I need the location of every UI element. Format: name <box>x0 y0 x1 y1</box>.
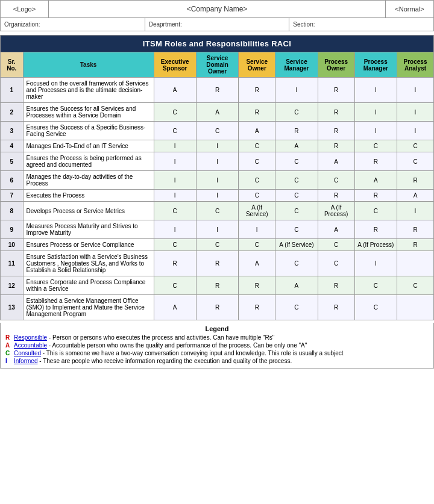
legend-item: AAccountable - Accountable person who ow… <box>5 342 429 349</box>
table-title: ITSM Roles and Responsibilities RACI <box>1 36 434 52</box>
row-pm: I <box>354 122 397 140</box>
table-row: 7 Executes the Process I I C C R R A <box>1 190 434 202</box>
row-sdo: C <box>196 122 238 140</box>
company-name: <Company Name> <box>49 1 385 17</box>
row-srno: 3 <box>1 122 24 140</box>
row-po: C <box>318 171 354 190</box>
row-pa: C <box>397 276 433 295</box>
row-exec: C <box>154 239 196 251</box>
row-po: R <box>318 190 354 202</box>
row-srno: 4 <box>1 140 24 152</box>
row-sdo: I <box>196 171 238 190</box>
row-exec: A <box>154 78 196 103</box>
row-po: R <box>318 140 354 152</box>
row-pm: C <box>354 295 397 320</box>
legend-text: Consulted - This is someone we have a tw… <box>14 350 429 356</box>
dept-label: Deaprtment: <box>145 18 290 31</box>
table-row: 10 Ensures Process or Service Compliance… <box>1 239 434 251</box>
legend-item: IInformed - These are people who receive… <box>5 358 429 364</box>
logo: <Logo> <box>1 1 49 17</box>
row-po: A <box>318 152 354 171</box>
row-sm: C <box>275 152 318 171</box>
row-exec: C <box>154 103 196 122</box>
row-srno: 13 <box>1 295 24 320</box>
table-row: 4 Manages End-To-End of an IT Service I … <box>1 140 434 152</box>
row-so: R <box>239 295 275 320</box>
row-pa: C <box>397 152 433 171</box>
row-so: R <box>239 78 275 103</box>
row-pm: R <box>354 220 397 239</box>
row-so: A <box>239 122 275 140</box>
table-row: 9 Measures Process Maturity and Strives … <box>1 220 434 239</box>
legend-letter: I <box>5 358 14 364</box>
section-label: Section: <box>289 18 433 31</box>
legend-letter: A <box>5 342 14 349</box>
row-task: Ensures Process or Service Compliance <box>23 239 154 251</box>
row-pm: A <box>354 171 397 190</box>
col-sdo: Service Domain Owner <box>196 52 238 78</box>
row-pa: A <box>397 190 433 202</box>
row-sm: C <box>275 295 318 320</box>
row-pm: R <box>354 152 397 171</box>
row-so: C <box>239 171 275 190</box>
row-task: Ensures Corporate and Process Compliance… <box>23 276 154 295</box>
table-row: 6 Manages the day-to-day activities of t… <box>1 171 434 190</box>
row-exec: C <box>154 276 196 295</box>
row-pa: I <box>397 103 433 122</box>
row-po: R <box>318 122 354 140</box>
row-sm: R <box>275 122 318 140</box>
row-pa: I <box>397 202 433 220</box>
row-task: Develops Process or Service Metrics <box>23 202 154 220</box>
row-pa: R <box>397 171 433 190</box>
row-srno: 6 <box>1 171 24 190</box>
col-sm: Service Manager <box>275 52 318 78</box>
row-task: Manages End-To-End of an IT Service <box>23 140 154 152</box>
row-srno: 9 <box>1 220 24 239</box>
row-srno: 1 <box>1 78 24 103</box>
raci-table: ITSM Roles and Responsibilities RACI Sr.… <box>0 35 434 320</box>
row-sdo: R <box>196 78 238 103</box>
row-po: A (If Process) <box>318 202 354 220</box>
row-so: R <box>239 103 275 122</box>
row-sdo: A <box>196 103 238 122</box>
row-sm: C <box>275 171 318 190</box>
row-pm: I <box>354 78 397 103</box>
legend-item: RResponsible - Person or persons who exe… <box>5 334 429 341</box>
doc-type: <Normal> <box>385 1 433 17</box>
row-sdo: I <box>196 152 238 171</box>
row-sm: C <box>275 202 318 220</box>
row-task: Ensures the Process is being performed a… <box>23 152 154 171</box>
row-srno: 7 <box>1 190 24 202</box>
row-sdo: R <box>196 251 238 276</box>
legend-section: Legend RResponsible - Person or persons … <box>0 323 434 369</box>
row-sdo: R <box>196 295 238 320</box>
row-so: C <box>239 190 275 202</box>
row-exec: A <box>154 295 196 320</box>
row-sdo: I <box>196 190 238 202</box>
legend-title: Legend <box>5 325 429 332</box>
table-row: 11 Ensure Satisfaction with a Service's … <box>1 251 434 276</box>
row-po: C <box>318 239 354 251</box>
row-sm: A (If Service) <box>275 239 318 251</box>
row-srno: 10 <box>1 239 24 251</box>
row-po: A <box>318 220 354 239</box>
row-po: R <box>318 295 354 320</box>
row-pm: I <box>354 103 397 122</box>
legend-item: CConsulted - This is someone we have a t… <box>5 350 429 356</box>
table-row: 5 Ensures the Process is being performed… <box>1 152 434 171</box>
row-sm: A <box>275 276 318 295</box>
row-exec: I <box>154 190 196 202</box>
row-sdo: C <box>196 202 238 220</box>
col-pm: Process Manager <box>354 52 397 78</box>
row-pa: I <box>397 78 433 103</box>
row-pa: R <box>397 220 433 239</box>
row-pa <box>397 295 433 320</box>
row-task: Focused on the overall framework of Serv… <box>23 78 154 103</box>
row-sm: C <box>275 220 318 239</box>
row-so: A <box>239 251 275 276</box>
row-pa: C <box>397 140 433 152</box>
table-row: 13 Established a Service Management Offi… <box>1 295 434 320</box>
row-pm: C <box>354 276 397 295</box>
row-po: R <box>318 276 354 295</box>
row-srno: 11 <box>1 251 24 276</box>
